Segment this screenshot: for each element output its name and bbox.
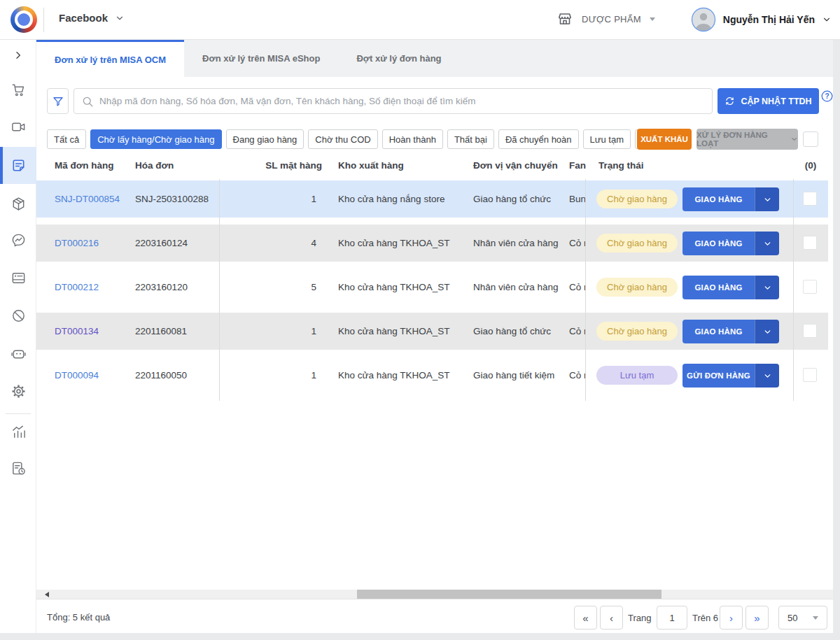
sidebar-item-chatbot[interactable] bbox=[0, 338, 36, 369]
update-shipping-status-button[interactable]: CẬP NHẬT TTDH bbox=[718, 88, 819, 114]
column-order-code: Mã đơn hàng bbox=[55, 160, 114, 171]
first-page-button[interactable]: « bbox=[574, 606, 597, 630]
order-code-link[interactable]: SNJ-DT000854 bbox=[55, 180, 120, 218]
page-number-input[interactable] bbox=[657, 606, 687, 630]
top-header: Facebook DƯỢC PHẨM bbox=[0, 0, 840, 40]
sidebar-collapse-button[interactable] bbox=[0, 40, 36, 71]
order-action-button[interactable]: GỬI ĐƠN HÀNG bbox=[682, 364, 779, 387]
chevron-down-icon bbox=[115, 13, 125, 23]
action-dropdown-toggle[interactable] bbox=[755, 232, 779, 255]
invoice-cell: 2203160120 bbox=[135, 269, 188, 306]
tab-order-batches[interactable]: Đợt xử lý đơn hàng bbox=[338, 40, 459, 77]
chevron-down-icon bbox=[763, 239, 772, 248]
sidebar-item-products[interactable] bbox=[0, 188, 36, 219]
order-code-link[interactable]: DT000094 bbox=[55, 357, 99, 394]
filter-chip-5[interactable]: Thất bại bbox=[447, 129, 494, 149]
qty-cell: 4 bbox=[216, 225, 316, 262]
batch-process-button[interactable]: XỬ LÝ ĐƠN HÀNG LOẠT bbox=[696, 129, 798, 150]
filter-chip-1[interactable]: Chờ lấy hàng/Chờ giao hàng bbox=[90, 129, 221, 149]
order-action-button[interactable]: GIAO HÀNG bbox=[682, 276, 779, 299]
order-code-link[interactable]: DT000212 bbox=[55, 269, 99, 306]
action-dropdown-toggle[interactable] bbox=[755, 276, 779, 299]
warehouse-cell: Kho cửa hàng TKHOA_ST bbox=[338, 225, 450, 262]
store-selector[interactable]: DƯỢC PHẨM bbox=[556, 10, 655, 27]
chevron-down-icon bbox=[822, 15, 832, 24]
table-row[interactable]: DT000094 2201160050 1 Kho cửa hàng TKHOA… bbox=[36, 357, 828, 394]
channel-selector[interactable]: Facebook bbox=[59, 12, 125, 24]
last-page-button[interactable]: » bbox=[746, 606, 769, 630]
tab-misa-eshop[interactable]: Đơn xử lý trên MISA eShop bbox=[184, 40, 338, 77]
column-divider bbox=[793, 179, 794, 401]
package-box-icon bbox=[10, 196, 27, 212]
fanpage-cell: Cỏ m bbox=[569, 269, 586, 306]
chevron-right-icon bbox=[13, 50, 24, 61]
action-button-label: GIAO HÀNG bbox=[682, 187, 755, 211]
order-action-button[interactable]: GIAO HÀNG bbox=[682, 232, 779, 255]
chart-icon bbox=[10, 424, 27, 440]
help-icon[interactable]: ? bbox=[821, 90, 833, 102]
action-dropdown-toggle[interactable] bbox=[755, 320, 779, 343]
search-input[interactable] bbox=[99, 96, 705, 106]
table-row[interactable]: SNJ-DT000854 SNJ-2503100288 1 Kho cửa hà… bbox=[36, 180, 828, 218]
sidebar-item-livestream[interactable] bbox=[0, 111, 36, 142]
avatar bbox=[691, 7, 716, 32]
filter-chip-0[interactable]: Tất cả bbox=[47, 129, 86, 149]
app-logo-icon bbox=[10, 6, 37, 33]
row-checkbox[interactable] bbox=[803, 280, 817, 294]
sidebar-item-messages[interactable] bbox=[0, 225, 36, 255]
prev-page-button[interactable]: ‹ bbox=[600, 606, 623, 630]
scrollbar-thumb[interactable] bbox=[357, 590, 662, 599]
user-menu[interactable]: Nguyễn Thị Hải Yến bbox=[691, 7, 832, 32]
tab-bar: Đơn xử lý trên MISA OCM Đơn xử lý trên M… bbox=[36, 40, 833, 77]
row-checkbox[interactable] bbox=[803, 324, 817, 338]
row-checkbox[interactable] bbox=[803, 236, 817, 250]
column-warehouse: Kho xuất hàng bbox=[338, 160, 404, 171]
filter-chip-3[interactable]: Chờ thu COD bbox=[308, 129, 377, 149]
sidebar-item-analytics[interactable] bbox=[0, 416, 36, 447]
export-button[interactable]: XUẤT KHẨU bbox=[637, 129, 692, 150]
next-page-button[interactable]: › bbox=[720, 606, 743, 630]
fanpage-cell: Bun bbox=[569, 180, 586, 218]
filter-chip-2[interactable]: Đang giao hàng bbox=[226, 129, 304, 149]
filter-chip-7[interactable]: Lưu tạm bbox=[583, 129, 631, 149]
batch-button-label: XỬ LÝ ĐƠN HÀNG LOẠT bbox=[696, 131, 785, 148]
table-row[interactable]: DT000216 2203160124 4 Kho cửa hàng TKHOA… bbox=[36, 225, 828, 262]
update-button-label: CẬP NHẬT TTDH bbox=[741, 97, 811, 106]
carrier-cell: Giao hàng tiết kiệm bbox=[473, 357, 554, 394]
order-action-button[interactable]: GIAO HÀNG bbox=[682, 187, 779, 211]
tab-misa-ocm[interactable]: Đơn xử lý trên MISA OCM bbox=[36, 40, 184, 77]
cart-icon bbox=[10, 82, 27, 98]
order-action-button[interactable]: GIAO HÀNG bbox=[682, 320, 779, 343]
robot-icon bbox=[10, 346, 27, 362]
main-panel: Đơn xử lý trên MISA OCM Đơn xử lý trên M… bbox=[36, 40, 833, 633]
action-dropdown-toggle[interactable] bbox=[755, 187, 779, 211]
order-code-link[interactable]: DT000216 bbox=[55, 225, 99, 262]
sidebar-item-orders[interactable] bbox=[0, 147, 36, 184]
scroll-left-arrow-icon[interactable] bbox=[45, 592, 49, 597]
row-checkbox[interactable] bbox=[803, 368, 817, 382]
video-camera-icon bbox=[10, 119, 27, 135]
table-header: Mã đơn hàng Hóa đơn SL mặt hàng Kho xuất… bbox=[36, 153, 828, 180]
table-row[interactable]: DT000212 2203160120 5 Kho cửa hàng TKHOA… bbox=[36, 269, 828, 306]
sidebar-item-blocked[interactable] bbox=[0, 300, 36, 331]
row-checkbox[interactable] bbox=[803, 192, 817, 206]
chevron-down-icon bbox=[763, 283, 772, 292]
action-dropdown-toggle[interactable] bbox=[755, 364, 779, 387]
filter-chip-6[interactable]: Đã chuyển hoàn bbox=[498, 129, 579, 149]
sidebar-item-history[interactable] bbox=[0, 453, 36, 483]
warehouse-cell: Kho cửa hàng TKHOA_ST bbox=[338, 269, 450, 306]
order-code-link[interactable]: DT000134 bbox=[55, 313, 99, 350]
qty-cell: 1 bbox=[216, 357, 316, 394]
advanced-filter-button[interactable] bbox=[47, 88, 69, 114]
page-size-select[interactable]: 50 bbox=[778, 606, 827, 630]
filter-chip-4[interactable]: Hoàn thành bbox=[382, 129, 443, 149]
sidebar-item-settings[interactable] bbox=[0, 376, 36, 406]
table-row[interactable]: DT000134 2201160081 1 Kho cửa hàng TKHOA… bbox=[36, 313, 828, 350]
sidebar-item-customers[interactable] bbox=[0, 262, 36, 293]
horizontal-scrollbar[interactable] bbox=[36, 590, 833, 599]
carrier-cell: Nhân viên cửa hàng bbox=[473, 269, 559, 306]
select-all-checkbox[interactable] bbox=[803, 131, 818, 147]
sidebar-item-sales[interactable] bbox=[0, 74, 36, 105]
search-bar bbox=[74, 88, 713, 114]
column-fanpage: Fanp bbox=[569, 160, 586, 171]
